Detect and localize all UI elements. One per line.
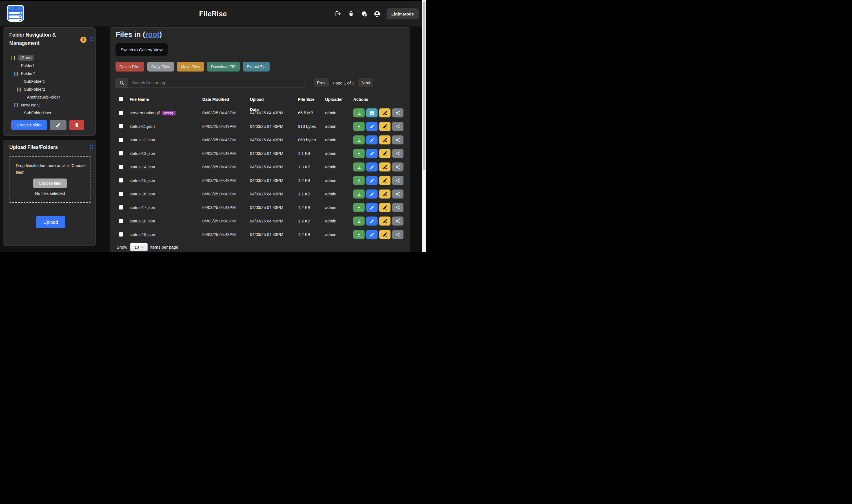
- folder-tree-item[interactable]: [-]Folder2: [3, 70, 95, 77]
- folder-tree-item[interactable]: [-](Root): [3, 54, 95, 62]
- tag-edit-button[interactable]: [379, 136, 390, 144]
- tag-edit-button[interactable]: [379, 108, 390, 118]
- download-zip-button[interactable]: Download ZIP: [207, 62, 240, 72]
- items-per-page-select[interactable]: 10 ▲▼: [130, 243, 147, 251]
- edit-button[interactable]: [366, 136, 378, 144]
- row-checkbox[interactable]: [119, 205, 123, 210]
- drag-handle-icon[interactable]: [90, 145, 93, 149]
- row-checkbox[interactable]: [119, 138, 123, 142]
- delete-files-button[interactable]: Delete Files: [116, 62, 144, 72]
- folder-tree-item[interactable]: AnotherSubFolder: [3, 93, 95, 101]
- file-name[interactable]: status-13.json: [129, 151, 155, 156]
- download-button[interactable]: [353, 203, 365, 212]
- file-name[interactable]: servermonitor.gif: [129, 111, 160, 115]
- edit-button[interactable]: [366, 176, 378, 185]
- download-button[interactable]: [353, 108, 365, 118]
- tree-folder-label[interactable]: Folder1: [21, 64, 35, 68]
- edit-button[interactable]: [366, 122, 378, 131]
- file-name[interactable]: status-14.json: [129, 165, 155, 169]
- next-page-button[interactable]: Next: [359, 78, 373, 87]
- edit-button[interactable]: [366, 149, 378, 158]
- image-preview-button[interactable]: [366, 108, 378, 118]
- tree-folder-label[interactable]: Folder2: [21, 71, 35, 76]
- drag-handle-icon[interactable]: [90, 37, 93, 41]
- row-checkbox[interactable]: [119, 165, 123, 169]
- row-checkbox[interactable]: [119, 192, 123, 196]
- restore-trash-button[interactable]: [348, 11, 354, 17]
- row-checkbox[interactable]: [119, 178, 123, 182]
- share-button[interactable]: [392, 149, 403, 158]
- folder-tree-item[interactable]: Folder1: [3, 62, 95, 70]
- tree-toggle[interactable]: [-]: [17, 85, 24, 93]
- share-button[interactable]: [392, 190, 403, 198]
- download-button[interactable]: [353, 136, 365, 144]
- file-name[interactable]: status-18.json: [129, 219, 155, 223]
- tree-folder-label[interactable]: NewUser1: [21, 103, 40, 107]
- file-name[interactable]: status-16.json: [129, 192, 155, 196]
- filerise-logo[interactable]: [7, 5, 24, 22]
- scrollbar-thumb[interactable]: [423, 1, 425, 170]
- search-input[interactable]: [128, 78, 306, 88]
- tag-edit-button[interactable]: [379, 230, 390, 239]
- prev-page-button[interactable]: Prev: [314, 78, 329, 87]
- tag-edit-button[interactable]: [379, 203, 390, 212]
- share-button[interactable]: [392, 108, 403, 118]
- tree-toggle[interactable]: [-]: [14, 101, 21, 109]
- create-folder-button[interactable]: Create Folder: [11, 120, 47, 130]
- edit-button[interactable]: [366, 217, 378, 226]
- extract-zip-button[interactable]: Extract Zip: [243, 62, 269, 72]
- rename-folder-button[interactable]: [50, 120, 67, 130]
- share-button[interactable]: [392, 122, 403, 131]
- file-name[interactable]: status-12.json: [129, 138, 155, 142]
- delete-folder-button[interactable]: [69, 120, 84, 130]
- upload-dropzone[interactable]: Drop files/folders here or click 'Choose…: [10, 156, 90, 203]
- download-button[interactable]: [353, 217, 365, 226]
- download-button[interactable]: [353, 162, 365, 172]
- admin-panel-button[interactable]: [361, 11, 367, 17]
- tag-edit-button[interactable]: [379, 176, 390, 185]
- switch-gallery-view-button[interactable]: Switch to Gallery View: [116, 43, 168, 56]
- share-button[interactable]: [392, 203, 403, 212]
- edit-button[interactable]: [366, 230, 378, 239]
- edit-button[interactable]: [366, 203, 378, 212]
- download-button[interactable]: [353, 176, 365, 185]
- row-checkbox[interactable]: [119, 232, 123, 236]
- download-button[interactable]: [353, 149, 365, 158]
- row-checkbox[interactable]: [119, 219, 123, 223]
- tree-toggle[interactable]: [-]: [11, 54, 18, 62]
- column-date-modified[interactable]: Date Modified: [202, 94, 229, 105]
- row-checkbox[interactable]: [119, 151, 123, 156]
- move-files-button[interactable]: Move Files: [177, 62, 204, 72]
- folder-tree-item[interactable]: [-]NewUser1: [3, 101, 95, 109]
- share-button[interactable]: [392, 217, 403, 226]
- tree-toggle[interactable]: [-]: [14, 70, 21, 77]
- row-checkbox[interactable]: [119, 111, 123, 115]
- share-button[interactable]: [392, 136, 403, 144]
- upload-button[interactable]: Upload: [36, 216, 65, 228]
- scrollbar[interactable]: [422, 0, 426, 252]
- file-name[interactable]: status-19.json: [129, 232, 155, 237]
- file-name[interactable]: status-11.json: [129, 124, 155, 129]
- download-button[interactable]: [353, 230, 365, 239]
- row-checkbox[interactable]: [119, 124, 123, 128]
- share-button[interactable]: [392, 176, 403, 185]
- share-button[interactable]: [392, 162, 403, 172]
- folder-tree-item[interactable]: SubFolder1: [3, 77, 95, 85]
- select-all-checkbox[interactable]: [119, 97, 123, 101]
- root-folder-link[interactable]: root: [145, 30, 159, 39]
- tag-edit-button[interactable]: [379, 217, 390, 226]
- file-name[interactable]: status-15.json: [129, 178, 155, 183]
- tag-edit-button[interactable]: [379, 162, 390, 172]
- folder-tree-item[interactable]: [-]SubFolder2: [3, 85, 95, 93]
- search-button[interactable]: [116, 78, 128, 88]
- folder-tree-item[interactable]: SubFolderUser: [3, 109, 95, 117]
- edit-button[interactable]: [366, 162, 378, 172]
- column-uploader[interactable]: Uploader: [325, 94, 343, 105]
- column-file-size[interactable]: File Size: [298, 94, 314, 105]
- tree-folder-label[interactable]: SubFolder1: [24, 79, 45, 84]
- file-name[interactable]: status-17.json: [129, 205, 155, 210]
- copy-files-button[interactable]: Copy Files: [147, 62, 174, 72]
- user-profile-button[interactable]: [373, 11, 380, 17]
- light-mode-toggle[interactable]: Light Mode: [386, 8, 419, 19]
- download-button[interactable]: [353, 122, 365, 131]
